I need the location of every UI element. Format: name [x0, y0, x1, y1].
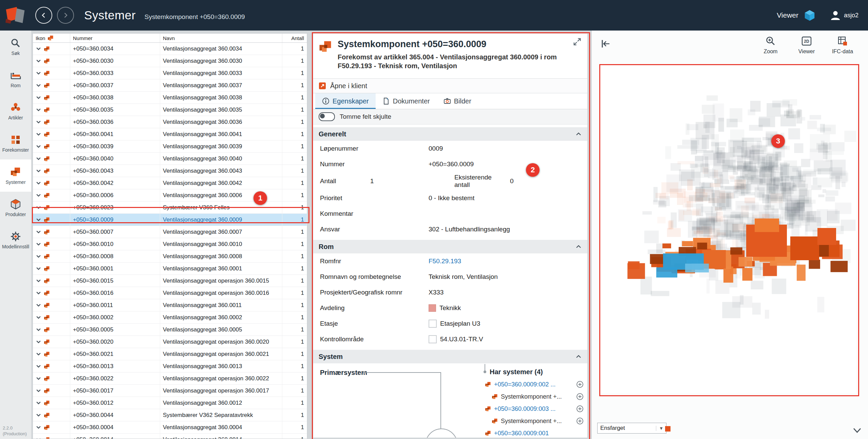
- 2d-viewer-button[interactable]: 2D Viewer: [790, 35, 823, 55]
- row-icon-cell[interactable]: [33, 165, 70, 177]
- expand-chevron-icon[interactable]: [36, 302, 41, 308]
- row-icon-cell[interactable]: [33, 275, 70, 287]
- row-icon-cell[interactable]: [33, 104, 70, 116]
- row-icon-cell[interactable]: [33, 348, 70, 360]
- collapse-bottom-chevron-icon[interactable]: [851, 424, 863, 436]
- table-row[interactable]: +050=360.0035Ventilasjonsaggregat 360.00…: [33, 104, 307, 116]
- table-row[interactable]: +050=360.0034Ventilasjonsaggregat 360.00…: [33, 43, 307, 55]
- expand-chevron-icon[interactable]: [36, 266, 41, 271]
- row-icon-cell[interactable]: [33, 92, 70, 103]
- table-row[interactable]: +050=360.0012Ventilasjonsaggregat 360.00…: [33, 397, 307, 409]
- table-row[interactable]: +050=360.0004Ventilasjonsaggregat 360.00…: [33, 421, 307, 434]
- row-icon-cell[interactable]: [33, 202, 70, 213]
- system-item[interactable]: +050=360.0009:002 ...: [485, 378, 584, 390]
- system-item[interactable]: Systemkomponent +...: [485, 390, 584, 403]
- open-in-client-button[interactable]: Åpne i klient: [313, 78, 587, 93]
- row-icon-cell[interactable]: [33, 43, 70, 55]
- expand-chevron-icon[interactable]: [36, 95, 41, 100]
- sidebar-item-rom[interactable]: Rom: [0, 63, 31, 95]
- viewer-mode-label[interactable]: Viewer: [777, 11, 798, 19]
- row-icon-cell[interactable]: [33, 140, 70, 152]
- table-row[interactable]: +050=360.0014Ventilasjonsaggregat 360.00…: [33, 434, 307, 439]
- table-row[interactable]: +050=360.0036Ventilasjonsaggregat 360.00…: [33, 116, 307, 128]
- row-icon-cell[interactable]: [33, 434, 70, 439]
- column-ikon[interactable]: Ikon: [33, 34, 70, 42]
- row-icon-cell[interactable]: [33, 421, 70, 433]
- expand-chevron-icon[interactable]: [36, 229, 41, 235]
- expand-chevron-icon[interactable]: [36, 119, 41, 125]
- back-button[interactable]: [35, 7, 52, 24]
- table-row[interactable]: +050=360.0020Ventilasjonsaggregat operas…: [33, 336, 307, 348]
- row-icon-cell[interactable]: [33, 311, 70, 323]
- table-row[interactable]: +050=360.0040Ventilasjonsaggregat 360.00…: [33, 153, 307, 165]
- row-icon-cell[interactable]: [33, 214, 70, 226]
- expand-chevron-icon[interactable]: [36, 241, 41, 247]
- table-row[interactable]: +050=360.0033Ventilasjonsaggregat 360.00…: [33, 67, 307, 79]
- add-icon[interactable]: [576, 393, 584, 400]
- system-item[interactable]: +050=360.0009:003 ...: [485, 403, 584, 415]
- sidebar-item-produkter[interactable]: Produkter: [0, 192, 31, 224]
- row-icon-cell[interactable]: [33, 263, 70, 274]
- table-row[interactable]: +050=360.0023Systembærer V360 Felles1: [33, 202, 307, 214]
- row-icon-cell[interactable]: [33, 128, 70, 140]
- section-header-rom[interactable]: Rom: [313, 240, 587, 253]
- table-row[interactable]: +050=360.0013Ventilasjonsaggregat 360.00…: [33, 360, 307, 373]
- system-item-label[interactable]: +050=360.0009:001: [494, 430, 584, 437]
- add-icon[interactable]: [576, 381, 584, 388]
- column-navn[interactable]: Navn: [160, 34, 282, 42]
- expand-chevron-icon[interactable]: [36, 192, 41, 198]
- table-row[interactable]: +050=360.0011Ventilasjonsaggregat 360.00…: [33, 299, 307, 311]
- tab-dokumenter[interactable]: Dokumenter: [376, 93, 437, 109]
- tab-bilder[interactable]: Bilder: [437, 93, 478, 109]
- system-node-circle[interactable]: [425, 428, 458, 438]
- row-icon-cell[interactable]: [33, 287, 70, 299]
- user-menu[interactable]: asjo2: [830, 9, 858, 21]
- row-icon-cell[interactable]: [33, 226, 70, 238]
- table-row[interactable]: +050=360.0030Ventilasjonsaggregat 360.00…: [33, 55, 307, 67]
- expand-chevron-icon[interactable]: [36, 314, 41, 320]
- expand-chevron-icon[interactable]: [36, 253, 41, 259]
- system-item-label[interactable]: +050=360.0009:003 ...: [494, 405, 573, 413]
- expand-chevron-icon[interactable]: [36, 131, 41, 137]
- table-row[interactable]: +050=360.0007Ventilasjonsaggregat 360.00…: [33, 226, 307, 238]
- checkbox[interactable]: [429, 335, 437, 343]
- sidebar-item-sok[interactable]: Søk: [0, 31, 31, 63]
- row-icon-cell[interactable]: [33, 79, 70, 91]
- table-row[interactable]: +050=360.0015Ventilasjonsaggregat operas…: [33, 275, 307, 287]
- expand-chevron-icon[interactable]: [36, 156, 41, 161]
- row-icon-cell[interactable]: [33, 360, 70, 372]
- row-icon-cell[interactable]: [33, 324, 70, 336]
- expand-chevron-icon[interactable]: [36, 205, 41, 210]
- tab-egenskaper[interactable]: Egenskaper: [315, 93, 376, 109]
- expand-chevron-icon[interactable]: [36, 278, 41, 284]
- system-item-label[interactable]: +050=360.0009:002 ...: [494, 381, 573, 388]
- add-icon[interactable]: [576, 417, 584, 425]
- expand-chevron-icon[interactable]: [36, 46, 41, 52]
- table-row[interactable]: +050=360.0044Systembærer V362 Separatavt…: [33, 409, 307, 421]
- expand-chevron-icon[interactable]: [36, 437, 41, 439]
- ifc-data-button[interactable]: IFC-data: [826, 35, 859, 55]
- table-row[interactable]: +050=360.0022Ventilasjonsaggregat operas…: [33, 373, 307, 385]
- table-row[interactable]: +050=360.0043Ventilasjonsaggregat 360.00…: [33, 165, 307, 177]
- row-icon-cell[interactable]: [33, 177, 70, 189]
- table-row[interactable]: +050=360.0042Ventilasjonsaggregat 360.00…: [33, 177, 307, 189]
- expand-chevron-icon[interactable]: [36, 180, 41, 186]
- sidebar-item-modellinnstillinger[interactable]: Modellinnstill: [0, 224, 31, 256]
- expand-chevron-icon[interactable]: [36, 351, 41, 357]
- row-icon-cell[interactable]: [33, 397, 70, 409]
- expand-chevron-icon[interactable]: [36, 376, 41, 381]
- collapse-left-icon[interactable]: [600, 38, 611, 50]
- checkbox[interactable]: [429, 320, 437, 328]
- color-mode-select[interactable]: Ensfarget ▼: [597, 423, 666, 434]
- row-icon-cell[interactable]: [33, 67, 70, 79]
- row-icon-cell[interactable]: [33, 55, 70, 67]
- sidebar-item-forekomster[interactable]: Forekomster: [0, 127, 31, 159]
- row-icon-cell[interactable]: [33, 336, 70, 348]
- expand-chevron-icon[interactable]: [36, 424, 41, 430]
- field-value[interactable]: F50.29.193: [429, 257, 587, 265]
- expand-chevron-icon[interactable]: [36, 168, 41, 174]
- table-row[interactable]: +050=360.0002Ventilasjonsaggregat 360.00…: [33, 311, 307, 324]
- add-icon[interactable]: [576, 405, 584, 413]
- table-row[interactable]: +050=360.0017Ventilasjonsaggregat operas…: [33, 385, 307, 397]
- row-icon-cell[interactable]: [33, 299, 70, 311]
